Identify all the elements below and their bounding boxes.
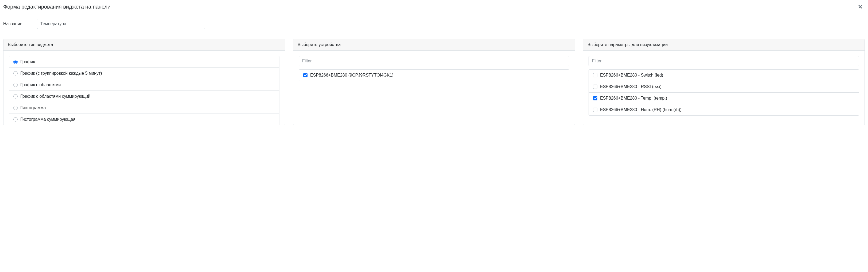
param-option[interactable]: ESP8266+BME280 - Temp. (temp.) xyxy=(589,92,859,104)
params-card: Выберите параметры для визуализации ESP8… xyxy=(583,39,865,125)
widget-type-option[interactable]: График с областями суммирующий xyxy=(9,91,279,102)
radio-icon xyxy=(13,106,18,110)
device-option[interactable]: ESP8266+BME280 (9CPJ9RSTYTOI4GK1) xyxy=(299,70,569,81)
param-option[interactable]: ESP8266+BME280 - Switch (led) xyxy=(589,70,859,81)
params-body: ESP8266+BME280 - Switch (led)ESP8266+BME… xyxy=(583,51,865,121)
radio-icon xyxy=(13,83,18,87)
widget-type-option[interactable]: График (с группировкой каждые 5 минут) xyxy=(9,68,279,79)
widget-type-option-label: График с областями xyxy=(20,82,61,87)
params-header: Выберите параметры для визуализации xyxy=(583,39,865,51)
name-input[interactable] xyxy=(37,19,205,29)
widget-type-option-label: Гистограмма суммирующая xyxy=(20,117,75,122)
checkbox-icon xyxy=(593,108,597,112)
param-option-label: ESP8266+BME280 - Hum. (RH) (hum.(rh)) xyxy=(600,107,682,112)
params-filter-input[interactable] xyxy=(589,56,859,66)
radio-icon xyxy=(13,71,18,76)
checkbox-icon xyxy=(593,96,597,100)
devices-filter-input[interactable] xyxy=(299,56,569,66)
name-row: Название: xyxy=(3,17,865,35)
param-option-label: ESP8266+BME280 - Temp. (temp.) xyxy=(600,96,667,101)
devices-body: ESP8266+BME280 (9CPJ9RSTYTOI4GK1) xyxy=(293,51,575,86)
devices-card: Выберите устройства ESP8266+BME280 (9CPJ… xyxy=(293,39,575,125)
devices-list: ESP8266+BME280 (9CPJ9RSTYTOI4GK1) xyxy=(299,69,569,81)
devices-header: Выберите устройства xyxy=(293,39,575,51)
radio-icon xyxy=(13,94,18,99)
param-option-label: ESP8266+BME280 - Switch (led) xyxy=(600,73,663,78)
modal-header: Форма редактирования виджета на панели ✕ xyxy=(0,0,868,14)
widget-type-option-label: График с областями суммирующий xyxy=(20,94,90,99)
columns: Выберите тип виджета ГрафикГрафик (с гру… xyxy=(3,39,865,125)
modal-title: Форма редактирования виджета на панели xyxy=(3,4,111,10)
widget-type-option[interactable]: Гистограмма суммирующая xyxy=(9,114,279,125)
widget-type-option-label: График xyxy=(20,59,35,64)
checkbox-icon xyxy=(303,73,308,77)
checkbox-icon xyxy=(593,73,597,77)
widget-type-option[interactable]: Гистограмма xyxy=(9,102,279,114)
widget-type-option-label: График (с группировкой каждые 5 минут) xyxy=(20,71,102,76)
param-option[interactable]: ESP8266+BME280 - RSSI (rssi) xyxy=(589,81,859,92)
widget-type-list: ГрафикГрафик (с группировкой каждые 5 ми… xyxy=(9,56,279,125)
widget-type-header: Выберите тип виджета xyxy=(3,39,285,51)
widget-type-body: ГрафикГрафик (с группировкой каждые 5 ми… xyxy=(3,51,285,125)
params-list: ESP8266+BME280 - Switch (led)ESP8266+BME… xyxy=(589,69,859,116)
param-option-label: ESP8266+BME280 - RSSI (rssi) xyxy=(600,84,661,89)
checkbox-icon xyxy=(593,85,597,89)
close-icon: ✕ xyxy=(858,3,863,10)
widget-type-option-label: Гистограмма xyxy=(20,106,46,110)
radio-icon xyxy=(13,117,18,121)
widget-type-card: Выберите тип виджета ГрафикГрафик (с гру… xyxy=(3,39,285,125)
widget-type-option[interactable]: График с областями xyxy=(9,79,279,91)
widget-type-option[interactable]: График xyxy=(9,56,279,68)
widget-edit-modal: Форма редактирования виджета на панели ✕… xyxy=(0,0,868,129)
modal-body: Название: Выберите тип виджета ГрафикГра… xyxy=(0,14,868,129)
device-option-label: ESP8266+BME280 (9CPJ9RSTYTOI4GK1) xyxy=(310,73,393,78)
radio-icon xyxy=(13,60,18,64)
close-button[interactable]: ✕ xyxy=(857,4,864,10)
name-label: Название: xyxy=(3,21,24,26)
param-option[interactable]: ESP8266+BME280 - Hum. (RH) (hum.(rh)) xyxy=(589,104,859,115)
